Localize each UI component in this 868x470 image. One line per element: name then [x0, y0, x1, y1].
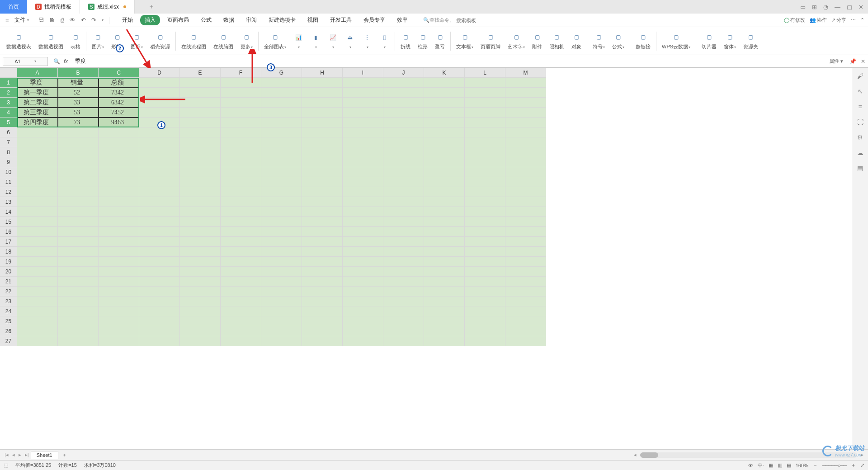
cell[interactable] — [17, 316, 58, 326]
ribbon-area[interactable]: ⛰▾ — [341, 28, 359, 54]
cell[interactable] — [302, 267, 343, 277]
cell[interactable] — [302, 296, 343, 306]
cell[interactable] — [139, 187, 180, 197]
cell[interactable] — [180, 267, 221, 277]
row-header[interactable]: 12 — [0, 187, 17, 197]
sheet-last-icon[interactable]: ▸| — [23, 452, 31, 458]
cell[interactable] — [302, 197, 343, 207]
view-normal-icon[interactable]: ▦ — [769, 462, 773, 468]
cell[interactable] — [424, 267, 465, 277]
cell[interactable] — [343, 78, 383, 88]
cell[interactable] — [302, 237, 343, 247]
cell[interactable] — [99, 127, 139, 137]
cell[interactable] — [465, 118, 505, 127]
cell[interactable] — [17, 207, 58, 217]
cell[interactable] — [383, 237, 424, 247]
cell[interactable] — [99, 316, 139, 326]
cell[interactable] — [424, 88, 465, 98]
cell[interactable] — [383, 118, 424, 127]
view-layout-icon[interactable]: ▤ — [787, 462, 791, 468]
row-header[interactable]: 14 — [0, 207, 17, 217]
cell[interactable] — [180, 187, 221, 197]
cell[interactable] — [465, 237, 505, 247]
collapse-ribbon-icon[interactable]: ⌃ — [860, 17, 864, 23]
cell[interactable] — [343, 197, 383, 207]
cell[interactable] — [505, 237, 546, 247]
cell[interactable] — [221, 187, 261, 197]
cell[interactable]: 总额 — [99, 78, 139, 88]
zoom-out-icon[interactable]: － — [813, 462, 818, 469]
cell[interactable] — [424, 197, 465, 207]
cell[interactable] — [383, 127, 424, 137]
col-header[interactable]: K — [424, 68, 465, 78]
ribbon-盈亏[interactable]: ▢盈亏 — [431, 28, 448, 54]
cell[interactable] — [58, 277, 99, 287]
menu-效率[interactable]: 效率 — [392, 15, 412, 25]
cell[interactable] — [139, 167, 180, 177]
cell[interactable] — [221, 88, 261, 98]
menu-视图[interactable]: 视图 — [303, 15, 323, 25]
row-header[interactable]: 26 — [0, 326, 17, 336]
cell[interactable] — [383, 336, 424, 346]
cell[interactable]: 7452 — [99, 108, 139, 118]
col-header[interactable]: L — [465, 68, 505, 78]
cell[interactable] — [261, 137, 302, 147]
cell[interactable] — [261, 257, 302, 267]
col-header[interactable]: F — [221, 68, 261, 78]
row-header[interactable]: 19 — [0, 257, 17, 267]
more-icon[interactable]: ⋯ — [851, 17, 856, 23]
saveas-icon[interactable]: 🗎 — [47, 16, 57, 24]
cell[interactable] — [343, 137, 383, 147]
ribbon-表格[interactable]: ▢表格 — [67, 28, 84, 54]
cell[interactable] — [343, 167, 383, 177]
cell[interactable] — [465, 217, 505, 227]
ribbon-符号[interactable]: ▢符号▾ — [589, 28, 609, 54]
record-icon[interactable]: ⬚ — [4, 462, 8, 468]
cell[interactable] — [343, 147, 383, 157]
cell[interactable]: 33 — [58, 98, 99, 108]
cell[interactable] — [261, 247, 302, 257]
col-header[interactable]: J — [383, 68, 424, 78]
cell[interactable] — [383, 167, 424, 177]
cell[interactable] — [383, 108, 424, 118]
cell[interactable] — [505, 257, 546, 267]
row-header[interactable]: 11 — [0, 177, 17, 187]
cell[interactable] — [302, 306, 343, 316]
cell[interactable] — [261, 237, 302, 247]
ribbon-stock[interactable]: ⌷▾ — [376, 28, 393, 54]
cell[interactable] — [180, 118, 221, 127]
cell[interactable] — [343, 217, 383, 227]
cell[interactable] — [505, 108, 546, 118]
cell[interactable]: 52 — [58, 88, 99, 98]
cell[interactable]: 销量 — [58, 78, 99, 88]
sheet-prev-icon[interactable]: ◂ — [10, 452, 17, 458]
row-header[interactable]: 7 — [0, 137, 17, 147]
cell[interactable] — [383, 267, 424, 277]
cell[interactable] — [99, 326, 139, 336]
menu-新建选项卡[interactable]: 新建选项卡 — [264, 15, 300, 25]
cell[interactable] — [261, 287, 302, 296]
cell[interactable] — [221, 326, 261, 336]
cell[interactable] — [221, 247, 261, 257]
cell[interactable] — [383, 207, 424, 217]
row-header[interactable]: 10 — [0, 167, 17, 177]
cell[interactable] — [221, 78, 261, 88]
cell[interactable] — [58, 326, 99, 336]
qat-dropdown[interactable]: ▾ — [100, 17, 105, 23]
file-menu[interactable]: 文件▾ — [13, 15, 31, 25]
cell[interactable]: 73 — [58, 118, 99, 127]
cell[interactable] — [261, 127, 302, 137]
ribbon-照相机[interactable]: ▢照相机 — [546, 28, 568, 54]
cell[interactable] — [424, 227, 465, 237]
cell[interactable] — [343, 336, 383, 346]
cell[interactable] — [302, 326, 343, 336]
undo-icon[interactable]: ↶ — [79, 16, 88, 24]
cell[interactable] — [505, 137, 546, 147]
menu-页面布局[interactable]: 页面布局 — [163, 15, 193, 25]
cell[interactable] — [302, 277, 343, 287]
cell[interactable] — [180, 127, 221, 137]
cell[interactable]: 6342 — [99, 98, 139, 108]
side-select-icon[interactable]: ↖ — [858, 88, 863, 95]
cell[interactable] — [465, 157, 505, 167]
cell[interactable] — [99, 267, 139, 277]
